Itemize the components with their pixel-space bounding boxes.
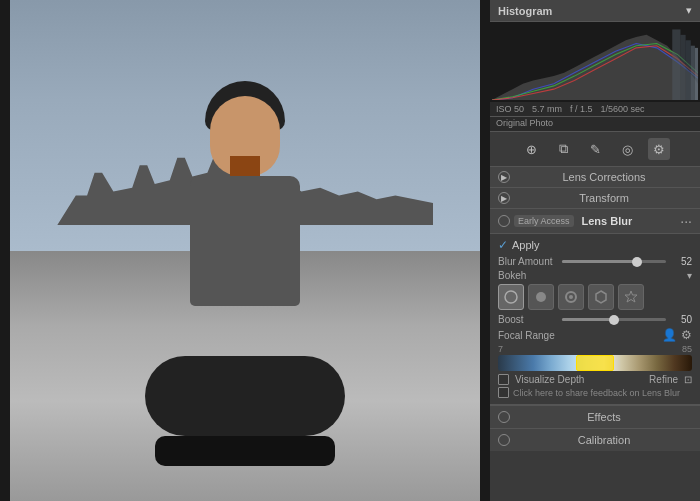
blur-amount-label: Blur Amount bbox=[498, 256, 558, 267]
lens-corrections-title: Lens Corrections bbox=[516, 171, 692, 183]
transform-toggle[interactable]: ▶ bbox=[498, 192, 510, 204]
bokeh-star[interactable] bbox=[618, 284, 644, 310]
lens-blur-header: Early Access Lens Blur ··· bbox=[490, 209, 700, 234]
svg-point-7 bbox=[536, 292, 546, 302]
transform-section: ▶ Transform bbox=[490, 188, 700, 209]
bokeh-circle1[interactable] bbox=[498, 284, 524, 310]
right-panel: Histogram ▾ ISO 50 5.7 mm f / 1.5 1/56 bbox=[490, 0, 700, 501]
svg-marker-11 bbox=[625, 291, 637, 302]
focal-range-label: Focal Range bbox=[498, 330, 658, 341]
edit-toolbar: ⊕ ⧉ ✎ ◎ ⚙ bbox=[490, 132, 700, 167]
bokeh-shapes-row bbox=[498, 284, 692, 310]
calibration-section[interactable]: Calibration bbox=[490, 428, 700, 451]
photo-info: ISO 50 5.7 mm f / 1.5 1/5600 sec bbox=[490, 102, 700, 117]
settings-icon[interactable]: ⚙ bbox=[648, 138, 670, 160]
lens-blur-more-button[interactable]: ··· bbox=[680, 213, 692, 229]
lens-blur-title: Lens Blur bbox=[582, 215, 633, 227]
lens-corrections-section: ▶ Lens Corrections bbox=[490, 167, 700, 188]
depth-bar-labels: 7 85 bbox=[498, 344, 692, 354]
person-feet bbox=[155, 436, 335, 466]
blur-amount-fill bbox=[562, 260, 637, 263]
iso-value: ISO 50 bbox=[496, 104, 524, 114]
svg-rect-2 bbox=[680, 35, 685, 100]
histogram-svg bbox=[492, 24, 698, 100]
bokeh-chevron-icon: ▾ bbox=[687, 270, 692, 281]
visualize-depth-row: Visualize Depth Refine ⊡ bbox=[498, 374, 692, 385]
histogram-area bbox=[490, 22, 700, 102]
depth-near-label: 7 bbox=[498, 344, 503, 354]
original-photo-text: Original Photo bbox=[496, 118, 553, 128]
crop-icon[interactable]: ⧉ bbox=[552, 138, 574, 160]
depth-far-label: 85 bbox=[682, 344, 692, 354]
blur-amount-track[interactable] bbox=[562, 260, 666, 263]
photo-area bbox=[0, 0, 490, 501]
person-body bbox=[190, 176, 300, 306]
boost-row: Boost 50 bbox=[498, 314, 692, 325]
svg-rect-5 bbox=[695, 48, 698, 100]
feedback-row: Click here to share feedback on Lens Blu… bbox=[498, 387, 692, 398]
boost-label: Boost bbox=[498, 314, 558, 325]
bokeh-row: Bokeh ▾ bbox=[498, 270, 692, 281]
blur-amount-value: 52 bbox=[670, 256, 692, 267]
refine-button[interactable]: Refine bbox=[649, 374, 678, 385]
depth-bar-container: 7 85 bbox=[498, 344, 692, 371]
apply-checkmark: ✓ bbox=[498, 238, 508, 252]
early-access-badge: Early Access bbox=[514, 215, 574, 227]
visualize-depth-checkbox[interactable] bbox=[498, 374, 509, 385]
visualize-depth-label: Visualize Depth bbox=[515, 374, 643, 385]
histogram-header[interactable]: Histogram ▾ bbox=[490, 0, 700, 22]
lens-blur-body: ✓ Apply Blur Amount 52 Bokeh ▾ bbox=[490, 234, 700, 404]
bokeh-hex[interactable] bbox=[588, 284, 614, 310]
svg-point-6 bbox=[505, 291, 517, 303]
depth-bar[interactable] bbox=[498, 355, 692, 371]
histogram-title: Histogram bbox=[498, 5, 552, 17]
person-legs bbox=[145, 356, 345, 436]
heal-icon[interactable]: ✎ bbox=[584, 138, 606, 160]
original-photo-label: Original Photo bbox=[490, 117, 700, 132]
person-subject bbox=[125, 96, 365, 476]
transform-title: Transform bbox=[516, 192, 692, 204]
svg-marker-10 bbox=[596, 291, 606, 303]
focal-length: 5.7 mm bbox=[532, 104, 562, 114]
focal-range-settings-icon[interactable]: ⚙ bbox=[681, 328, 692, 342]
boost-value: 50 bbox=[670, 314, 692, 325]
auto-icon[interactable]: ⊕ bbox=[520, 138, 542, 160]
person-icon: 👤 bbox=[662, 328, 677, 342]
apply-row: ✓ Apply bbox=[498, 238, 692, 252]
feedback-label: Click here to share feedback on Lens Blu… bbox=[513, 388, 680, 398]
blur-amount-row: Blur Amount 52 bbox=[498, 256, 692, 267]
lens-blur-toggle[interactable] bbox=[498, 215, 510, 227]
bokeh-label: Bokeh bbox=[498, 270, 687, 281]
svg-rect-4 bbox=[691, 46, 695, 100]
histogram-chevron: ▾ bbox=[686, 4, 692, 17]
svg-rect-1 bbox=[672, 29, 680, 100]
boost-thumb[interactable] bbox=[609, 315, 619, 325]
bokeh-circle2[interactable] bbox=[528, 284, 554, 310]
lens-corrections-toggle[interactable]: ▶ bbox=[498, 171, 510, 183]
effects-title: Effects bbox=[516, 411, 692, 423]
svg-point-9 bbox=[569, 295, 573, 299]
svg-rect-3 bbox=[686, 40, 691, 100]
blur-amount-thumb[interactable] bbox=[632, 257, 642, 267]
effects-toggle[interactable] bbox=[498, 411, 510, 423]
apply-label: Apply bbox=[512, 239, 540, 251]
boost-fill bbox=[562, 318, 614, 321]
aperture: f / 1.5 bbox=[570, 104, 593, 114]
shutter-speed: 1/5600 sec bbox=[601, 104, 645, 114]
lens-blur-panel: Early Access Lens Blur ··· ✓ Apply Blur … bbox=[490, 209, 700, 405]
feedback-checkbox[interactable] bbox=[498, 387, 509, 398]
transform-header[interactable]: ▶ Transform bbox=[490, 188, 700, 208]
calibration-toggle[interactable] bbox=[498, 434, 510, 446]
lens-corrections-header[interactable]: ▶ Lens Corrections bbox=[490, 167, 700, 187]
depth-selection-range bbox=[576, 355, 615, 371]
boost-track[interactable] bbox=[562, 318, 666, 321]
bokeh-circle3[interactable] bbox=[558, 284, 584, 310]
calibration-title: Calibration bbox=[516, 434, 692, 446]
focal-range-row: Focal Range 👤 ⚙ bbox=[498, 328, 692, 342]
refine-icon: ⊡ bbox=[684, 374, 692, 385]
effects-section[interactable]: Effects bbox=[490, 405, 700, 428]
mask-icon[interactable]: ◎ bbox=[616, 138, 638, 160]
focal-range-icons: 👤 ⚙ bbox=[662, 328, 692, 342]
